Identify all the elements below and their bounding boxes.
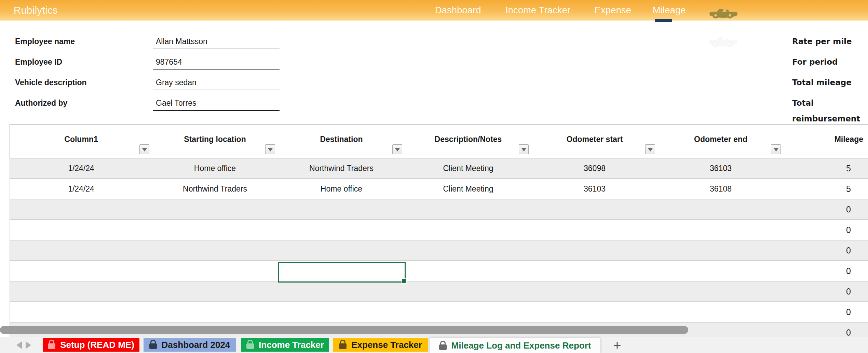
table-cell[interactable] <box>152 282 278 301</box>
table-cell[interactable] <box>658 220 784 240</box>
lock-icon <box>246 343 254 349</box>
table-cell[interactable] <box>405 240 531 260</box>
chevron-down-icon <box>268 148 273 152</box>
table-row: 0 <box>10 302 868 323</box>
table-cell[interactable] <box>531 261 658 281</box>
selected-cell <box>278 262 406 283</box>
app-header: Rubilytics Dashboard Income Tracker Expe… <box>0 0 868 21</box>
table-cell[interactable] <box>278 220 405 240</box>
table-cell[interactable]: Northwind Traders <box>152 179 278 199</box>
sheet-nav-left-arrow[interactable] <box>16 341 22 349</box>
filter-button[interactable] <box>265 144 275 154</box>
table-cell[interactable]: 0 <box>784 220 867 240</box>
table-cell[interactable]: 5 <box>784 158 867 178</box>
table-cell[interactable] <box>405 199 531 219</box>
table-cell[interactable] <box>405 220 531 240</box>
horizontal-scrollbar-thumb[interactable] <box>0 326 688 334</box>
table-cell[interactable] <box>10 199 152 219</box>
table-cell[interactable] <box>278 240 405 260</box>
table-cell[interactable]: 0 <box>784 261 867 281</box>
table-cell[interactable] <box>152 302 278 322</box>
table-cell[interactable] <box>405 261 531 281</box>
table-cell[interactable]: Northwind Traders <box>278 158 405 178</box>
fill-handle[interactable] <box>402 278 407 284</box>
table-cell[interactable] <box>658 302 784 322</box>
table-cell[interactable]: 1/24/24 <box>10 158 152 178</box>
table-row: 0 <box>10 199 868 220</box>
table-cell[interactable]: Client Meeting <box>405 158 531 178</box>
column-header-starting-location: Starting location <box>152 125 278 158</box>
table-cell[interactable] <box>10 282 152 301</box>
table-row: 0 <box>10 282 868 302</box>
table-cell[interactable] <box>152 220 278 240</box>
table-cell[interactable] <box>152 261 278 281</box>
sheet-tab-label: Dashboard 2024 <box>162 340 230 350</box>
table-header-row: Column1 Starting location Destination De… <box>10 124 868 158</box>
table-cell[interactable] <box>531 302 658 322</box>
brand-logo: Rubilytics <box>14 0 58 21</box>
table-cell[interactable] <box>152 240 278 260</box>
table-cell[interactable] <box>405 302 531 322</box>
sheet-tab-dashboard-2024[interactable]: Dashboard 2024 <box>144 338 236 352</box>
table-cell[interactable]: 36098 <box>531 158 658 178</box>
filter-button[interactable] <box>139 144 149 154</box>
column-header-mileage: Mileage <box>784 125 867 158</box>
active-nav-underline <box>655 19 672 22</box>
table-cell[interactable]: 0 <box>784 199 867 219</box>
table-cell[interactable] <box>278 282 405 301</box>
filter-button[interactable] <box>392 144 402 154</box>
sheet-nav-right-arrow[interactable] <box>26 341 31 349</box>
table-cell[interactable] <box>10 220 152 240</box>
table-cell[interactable] <box>10 261 152 281</box>
lock-icon <box>439 344 447 350</box>
nav-item-income-tracker[interactable]: Income Tracker <box>505 0 570 21</box>
table-cell[interactable]: 36103 <box>531 179 658 199</box>
table-cell[interactable] <box>278 199 405 219</box>
table-cell[interactable]: 0 <box>784 302 867 322</box>
table-cell[interactable]: 5 <box>784 179 867 199</box>
nav-item-dashboard[interactable]: Dashboard <box>435 0 481 21</box>
filter-button[interactable] <box>771 144 781 154</box>
table-cell[interactable] <box>658 282 784 301</box>
filter-button[interactable] <box>519 144 529 154</box>
sheet-tab-label: Expense Tracker <box>351 340 422 350</box>
table-cell[interactable] <box>531 240 658 260</box>
summary-label-for-period: For period <box>792 54 838 70</box>
sheet-tab-expense-tracker[interactable]: Expense Tracker <box>333 338 428 352</box>
column-header-destination: Destination <box>278 125 405 158</box>
table-cell[interactable] <box>278 302 405 322</box>
table-cell[interactable]: 1/24/24 <box>10 179 152 199</box>
filter-button[interactable] <box>645 144 655 154</box>
chevron-down-icon <box>395 148 400 152</box>
table-row: 1/24/24Northwind TradersHome officeClien… <box>10 179 868 199</box>
table-cell[interactable] <box>10 240 152 260</box>
sheet-tab-income-tracker[interactable]: Income Tracker <box>241 338 329 352</box>
table-cell[interactable] <box>658 240 784 260</box>
column-header-column1: Column1 <box>10 125 152 158</box>
nav-item-mileage[interactable]: Mileage <box>653 0 686 21</box>
table-cell[interactable]: 0 <box>784 282 867 301</box>
table-cell[interactable] <box>152 199 278 219</box>
table-cell[interactable] <box>531 199 658 219</box>
table-cell[interactable]: Home office <box>152 158 278 178</box>
table-cell[interactable] <box>658 261 784 281</box>
nav-item-expense[interactable]: Expense <box>595 0 631 21</box>
sheet-tab-setup[interactable]: Setup (READ ME) <box>43 338 139 352</box>
table-body: 1/24/24Home officeNorthwind TradersClien… <box>10 158 868 343</box>
add-sheet-button[interactable]: + <box>608 338 627 352</box>
summary-label-total-mileage: Total mileage <box>792 75 852 90</box>
sheet-tab-mileage-log-active[interactable]: Mileage Log and Expense Report <box>430 338 600 353</box>
table-cell[interactable] <box>10 302 152 322</box>
table-cell[interactable] <box>531 282 658 301</box>
lock-icon <box>339 343 347 349</box>
table-cell[interactable] <box>658 199 784 219</box>
table-cell[interactable] <box>531 220 658 240</box>
table-cell[interactable]: 0 <box>784 240 867 260</box>
column-header-odometer-start: Odometer start <box>531 125 658 158</box>
table-cell[interactable]: Home office <box>278 179 405 199</box>
chevron-down-icon <box>521 148 526 152</box>
table-cell[interactable] <box>405 282 531 301</box>
table-cell[interactable]: 36103 <box>658 158 784 178</box>
table-cell[interactable]: 36108 <box>658 179 784 199</box>
table-cell[interactable]: Client Meeting <box>405 179 531 199</box>
